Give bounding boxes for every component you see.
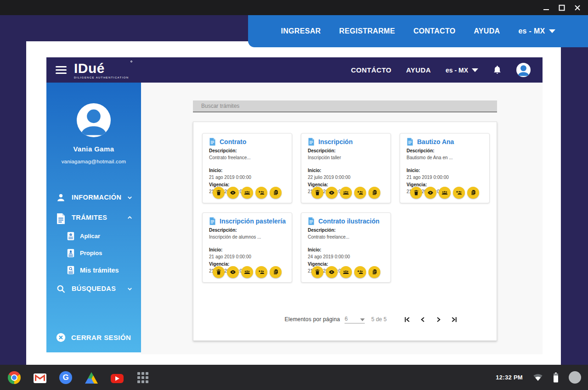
participants-button[interactable] (340, 187, 352, 199)
clock: 12:32 PM (496, 374, 523, 381)
delete-button[interactable] (410, 187, 422, 199)
chevron-down-icon (360, 318, 365, 321)
add-participant-button[interactable] (453, 187, 465, 199)
card-actions (301, 266, 390, 278)
participants-button[interactable] (241, 266, 253, 278)
notifications-bell-icon[interactable] (493, 65, 502, 75)
view-button[interactable] (227, 187, 239, 199)
first-page-button[interactable] (403, 316, 411, 323)
page-size-select[interactable]: 6 (345, 316, 365, 323)
gmail-icon[interactable] (34, 373, 46, 383)
view-button[interactable] (227, 266, 239, 278)
page-size-label: Elementos por página (284, 316, 340, 323)
card-actions (203, 187, 292, 199)
sidebar-item-tramites[interactable]: TRÁMITES (46, 207, 141, 228)
document-icon (209, 138, 216, 146)
delete-button[interactable] (213, 187, 225, 199)
add-participant-button[interactable] (354, 266, 366, 278)
brand-logo[interactable]: IDué DILIGENCE AUTHENTICATION (74, 61, 129, 79)
user-email: vaniagamag@hotmail.com (46, 159, 141, 164)
document-icon (308, 217, 315, 225)
card-title[interactable]: Inscripción (318, 138, 353, 145)
document-icon (56, 213, 66, 223)
logout-button[interactable]: CERRAR SESIÓN (56, 333, 131, 342)
document-person-icon (67, 249, 74, 257)
nav-ayuda[interactable]: AYUDA (474, 27, 500, 35)
delete-button[interactable] (311, 187, 323, 199)
descripcion-value: Contrato freelance... (308, 234, 385, 240)
view-button[interactable] (326, 187, 338, 199)
chevron-down-icon (127, 286, 133, 292)
menu-icon[interactable] (56, 66, 67, 74)
copies-button[interactable] (270, 266, 282, 278)
maximize-button[interactable] (559, 5, 565, 11)
app-header: IDué DILIGENCE AUTHENTICATION CONTÁCTO A… (46, 57, 543, 83)
youtube-icon[interactable] (111, 374, 124, 383)
previous-page-button[interactable] (419, 316, 427, 323)
main-content: Contrato Descripción: Contrato freelance… (141, 83, 543, 354)
google-icon[interactable]: G (59, 371, 72, 384)
registered-mark-icon (130, 61, 132, 62)
copies-button[interactable] (270, 187, 282, 199)
chrome-icon[interactable] (8, 371, 21, 384)
chevron-down-icon (472, 68, 478, 72)
descripcion-label: Descripción: (209, 148, 286, 153)
card-actions (203, 266, 292, 278)
participants-button[interactable] (439, 187, 451, 199)
card-title[interactable]: Contrato (220, 138, 246, 145)
view-button[interactable] (424, 187, 436, 199)
card-title[interactable]: Bautizo Ana (417, 138, 454, 145)
battery-icon (553, 373, 559, 383)
delete-button[interactable] (311, 266, 323, 278)
card-title[interactable]: Contrato ilustración (318, 217, 379, 225)
sidebar-item-informacion[interactable]: INFORMACIÓN (46, 187, 141, 207)
nav-registrarme[interactable]: REGISTRARME (339, 27, 395, 35)
language-selector[interactable]: es - MX (518, 27, 555, 35)
public-navbar: INGRESAR REGISTRARME CONTACTO AYUDA es -… (248, 15, 588, 47)
sidebar-item-busquedas[interactable]: BÚSQUEDAS (46, 279, 141, 299)
sidebar-item-propios[interactable]: Propios (46, 245, 141, 262)
user-name: Vania Gama (46, 145, 141, 153)
participants-button[interactable] (241, 187, 253, 199)
sidebar-item-aplicar[interactable]: Aplicar (46, 228, 141, 245)
header-ayuda[interactable]: AYUDA (406, 66, 431, 74)
window-titlebar (0, 0, 588, 15)
add-participant-button[interactable] (354, 187, 366, 199)
inicio-label: Inicio: (209, 168, 286, 173)
next-page-button[interactable] (435, 316, 442, 323)
page-size-value: 6 (345, 316, 348, 322)
add-participant-button[interactable] (255, 266, 267, 278)
user-avatar[interactable] (516, 63, 531, 77)
drive-icon[interactable] (85, 372, 98, 384)
card-title[interactable]: Inscripción pastelería (220, 217, 286, 225)
last-page-button[interactable] (450, 316, 458, 323)
card-actions (400, 187, 489, 199)
inicio-value: 21 ago 2019 0:00:00 (209, 254, 286, 259)
document-icon (407, 138, 413, 146)
add-participant-button[interactable] (255, 187, 267, 199)
nav-ingresar[interactable]: INGRESAR (281, 27, 321, 35)
copies-button[interactable] (368, 266, 380, 278)
header-contacto[interactable]: CONTÁCTO (351, 66, 391, 74)
apps-grid-icon[interactable] (136, 371, 149, 384)
copies-button[interactable] (467, 187, 479, 199)
close-circle-icon (56, 333, 66, 342)
close-button[interactable] (574, 5, 581, 11)
sidebar-item-mis-tramites[interactable]: Mis trámites (46, 262, 141, 279)
header-language-selector[interactable]: es - MX (446, 67, 478, 74)
document-icon (209, 217, 216, 225)
nav-contacto[interactable]: CONTACTO (413, 27, 456, 35)
tramite-card: Contrato ilustración Descripción: Contra… (301, 212, 391, 283)
wifi-icon (533, 373, 543, 381)
search-input[interactable] (193, 100, 497, 112)
chevron-down-icon (127, 195, 133, 201)
system-tray[interactable]: 12:32 PM (496, 371, 588, 384)
document-icon (308, 138, 315, 146)
minimize-button[interactable] (543, 5, 549, 11)
participants-button[interactable] (340, 266, 352, 278)
copies-button[interactable] (368, 187, 380, 199)
pagination: Elementos por página 6 5 de 5 (220, 311, 523, 328)
delete-button[interactable] (213, 266, 225, 278)
locale-label: es - MX (518, 27, 545, 35)
view-button[interactable] (326, 266, 338, 278)
